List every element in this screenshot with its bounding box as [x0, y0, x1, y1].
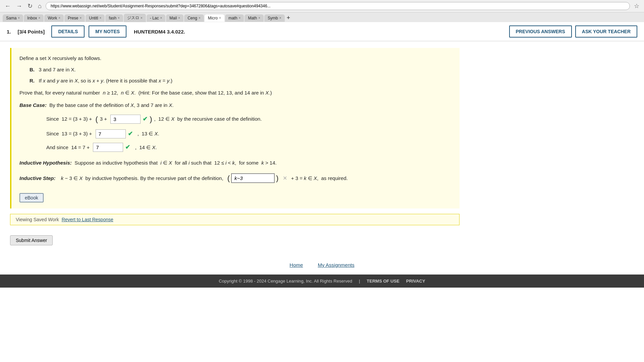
- copyright-text: Copyright © 1998 - 2024 Cengage Learning…: [219, 279, 352, 284]
- prove-text: Prove that, for every natural number n ≥…: [19, 88, 451, 97]
- inductive-x-icon: ✕: [283, 174, 287, 183]
- line2-row: Since 13 = (3 + 3) + ✔ , 13 ∈ X.: [46, 129, 451, 139]
- inductive-step-label: Inductive Step:: [19, 174, 56, 183]
- ebook-area: eBook: [19, 190, 451, 202]
- tab-mail[interactable]: Mail×: [166, 14, 183, 22]
- line3-input[interactable]: [93, 143, 123, 152]
- problem-text: Define a set X recursively as follows. B…: [19, 54, 451, 202]
- line1-row: Since 12 = (3 + 3) + ( 3 + ✔ ) , 12 ∈ X …: [46, 113, 451, 125]
- tab-prese[interactable]: Prese×: [64, 14, 85, 22]
- privacy-link[interactable]: PRIVACY: [406, 279, 425, 284]
- line2-post: , 13 ∈ X.: [135, 129, 159, 138]
- base-case-intro: Base Case: By the base case of the defin…: [19, 101, 451, 110]
- base-case-label: Base Case:: [19, 102, 47, 108]
- points-label: [3/4 Points]: [18, 29, 45, 35]
- inductive-step-pre: k − 3 ∈ X by inductive hypothesis. By th…: [61, 174, 223, 183]
- line2-check-icon: ✔: [128, 129, 133, 139]
- rule-b: B. 3 and 7 are in X.: [30, 65, 451, 74]
- problem-box: Define a set X recursively as follows. B…: [10, 48, 460, 208]
- tab-math[interactable]: Math×: [245, 14, 264, 22]
- my-assignments-link[interactable]: My Assignments: [318, 262, 354, 268]
- rule-b-label: B.: [30, 67, 35, 72]
- rule-b-text: 3 and 7 are in X.: [39, 67, 76, 72]
- inductive-paren-open: (: [227, 172, 230, 184]
- my-notes-button[interactable]: MY NOTES: [89, 25, 126, 38]
- new-tab-button[interactable]: +: [287, 14, 290, 21]
- submit-area: Submit Answer: [0, 232, 644, 249]
- forward-button[interactable]: →: [15, 3, 23, 10]
- inductive-paren-close: ): [276, 172, 278, 184]
- inductive-input[interactable]: [231, 173, 275, 183]
- line2-input[interactable]: [96, 129, 126, 138]
- tab-lac[interactable]: - Lac×: [147, 14, 166, 22]
- inductive-step-post: + 3 = k ∈ X, as required.: [291, 174, 348, 183]
- question-number: 1.: [7, 29, 11, 35]
- ask-teacher-button[interactable]: ASK YOUR TEACHER: [575, 25, 637, 38]
- nav-bar: ← → ↻ ⌂ ☆: [0, 0, 644, 12]
- tab-ceng[interactable]: Ceng×: [184, 14, 204, 22]
- back-button[interactable]: ←: [3, 3, 12, 10]
- browser-tabs: Sama× Inbox× Work× Prese× Untitl× fash× …: [0, 12, 644, 22]
- terms-link[interactable]: TERMS OF USE: [367, 279, 399, 284]
- line3-check-icon: ✔: [125, 142, 130, 153]
- refresh-button[interactable]: ↻: [26, 2, 34, 10]
- line3-post: , 14 ∈ X.: [132, 143, 157, 152]
- footer-links: Home My Assignments: [0, 249, 644, 275]
- separator: |: [359, 279, 360, 284]
- save-bar: Viewing Saved Work Revert to Last Respon…: [10, 214, 460, 225]
- footer-bar: Copyright © 1998 - 2024 Cengage Learning…: [0, 275, 644, 288]
- tab-symb[interactable]: Symb×: [264, 14, 285, 22]
- viewing-saved-text: Viewing Saved Work: [16, 217, 59, 222]
- tab-inbox[interactable]: Inbox×: [24, 14, 44, 22]
- line3-row: And since 14 = 7 + ✔ , 14 ∈ X.: [46, 142, 451, 153]
- problem-id: HUNTERDM4 3.4.022.: [134, 29, 185, 35]
- line1-mid: 3 +: [100, 115, 108, 123]
- ebook-button[interactable]: eBook: [19, 193, 44, 202]
- previous-answers-button[interactable]: PREVIOUS ANSWERS: [509, 25, 572, 38]
- bookmark-button[interactable]: ☆: [633, 2, 641, 10]
- tab-untitl[interactable]: Untitl×: [86, 14, 105, 22]
- main-content: Define a set X recursively as follows. B…: [0, 41, 470, 232]
- home-nav-button[interactable]: ⌂: [37, 3, 43, 10]
- rule-r-label: R.: [30, 78, 35, 83]
- line3-pre: And since 14 = 7 +: [46, 143, 91, 152]
- page-header: 1. [3/4 Points] DETAILS MY NOTES HUNTERD…: [0, 22, 644, 41]
- tab-sama[interactable]: Sama×: [3, 14, 23, 22]
- submit-button[interactable]: Submit Answer: [10, 235, 53, 245]
- inductive-hyp: Inductive Hypothesis: Suppose as inducti…: [19, 159, 451, 167]
- tab-math-search[interactable]: math×: [225, 14, 244, 22]
- tab-fash[interactable]: fash×: [105, 14, 123, 22]
- line1-check-icon: ✔: [143, 114, 148, 124]
- header-right-buttons: PREVIOUS ANSWERS ASK YOUR TEACHER: [509, 25, 637, 38]
- rule-r-text: If x and y are in X, so is x + y. (Here …: [39, 78, 173, 83]
- inductive-hyp-label: Inductive Hypothesis:: [19, 160, 72, 166]
- tab-micro[interactable]: Micro×: [205, 14, 224, 22]
- home-link[interactable]: Home: [289, 262, 303, 268]
- intro-text: Define a set X recursively as follows.: [19, 54, 451, 63]
- rule-r: R. If x and y are in X, so is x + y. (He…: [30, 76, 451, 85]
- line1-pre: Since 12 = (3 + 3) +: [46, 115, 94, 123]
- line1-paren-close: ): [150, 113, 152, 125]
- tab-work[interactable]: Work×: [44, 14, 64, 22]
- line1-paren-open: (: [96, 113, 98, 125]
- revert-link[interactable]: Revert to Last Response: [62, 217, 113, 222]
- line2-pre: Since 13 = (3 + 3) +: [46, 129, 94, 138]
- tab-jisuro[interactable]: ジスロ×: [124, 14, 146, 22]
- inductive-step-row: Inductive Step: k − 3 ∈ X by inductive h…: [19, 172, 451, 184]
- details-button[interactable]: DETAILS: [51, 25, 85, 38]
- line1-input[interactable]: [110, 115, 141, 124]
- line1-post: , 12 ∈ X by the recursive case of the de…: [154, 115, 262, 123]
- address-bar[interactable]: [46, 2, 630, 10]
